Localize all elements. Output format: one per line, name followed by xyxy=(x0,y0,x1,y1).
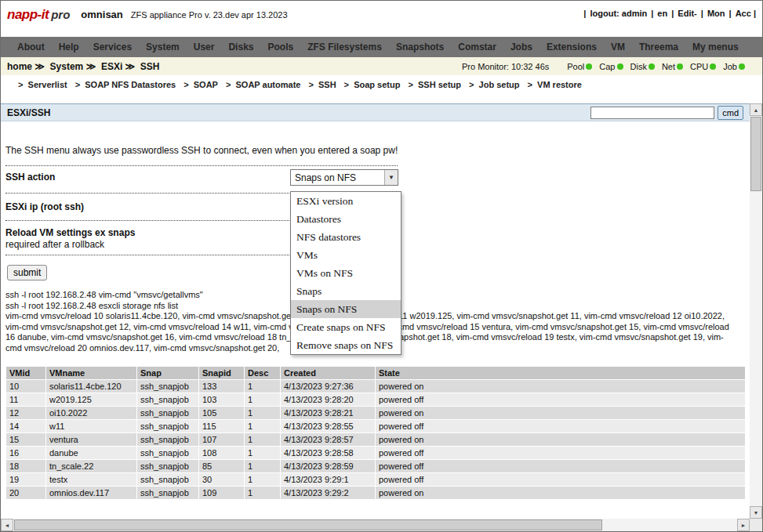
secondary-menu-item[interactable]: SOAP automate xyxy=(226,80,300,89)
secondary-menu: ServerlistSOAP NFS DatastoresSOAPSOAP au… xyxy=(1,75,762,93)
secondary-menu-item[interactable]: Job setup xyxy=(469,80,520,89)
ssh-action-select[interactable]: Snaps on NFS ▼ xyxy=(290,169,398,186)
cell-snapid: 109 xyxy=(199,487,244,499)
table-row: 18 tn_scale.22 ssh_snapjob 85 1 4/13/202… xyxy=(6,460,745,472)
cell-vmname: danube xyxy=(46,447,136,459)
menu-item[interactable]: Comstar xyxy=(451,42,503,52)
secondary-menu-item[interactable]: VM restore xyxy=(528,80,582,89)
dropdown-option[interactable]: Datastores xyxy=(291,210,401,228)
cell-vmid: 20 xyxy=(6,487,45,499)
cell-created: 4/13/2023 9:29:2 xyxy=(281,487,375,499)
menu-item[interactable]: Snapshots xyxy=(389,42,451,52)
arrow-up-icon: ▲ xyxy=(754,107,759,113)
dropdown-option[interactable]: NFS datastores xyxy=(291,228,401,246)
scroll-down-button[interactable]: ▼ xyxy=(750,506,762,519)
table-row: 15 ventura ssh_snapjob 107 1 4/13/2023 9… xyxy=(6,433,745,446)
cell-created: 4/13/2023 9:28:58 xyxy=(281,447,375,459)
submit-button[interactable]: submit xyxy=(7,265,47,280)
status-indicator: Job xyxy=(723,62,745,71)
horizontal-scrollbar-thumb[interactable] xyxy=(14,519,602,530)
breadcrumb-item[interactable]: ESXi xyxy=(83,61,122,72)
breadcrumb-item[interactable]: System xyxy=(32,61,83,72)
breadcrumb-item[interactable]: SSH xyxy=(122,61,159,72)
breadcrumb: homeSystemESXiSSH xyxy=(7,61,160,72)
menu-item[interactable]: Pools xyxy=(260,42,300,52)
content-area: The SSH menu always use passwordless SSH… xyxy=(1,145,762,500)
secondary-menu-item[interactable]: SOAP NFS Datastores xyxy=(75,80,176,89)
column-header: Snap xyxy=(137,367,198,379)
cell-snapid: 103 xyxy=(199,393,244,406)
column-header: State xyxy=(376,367,745,379)
menu-item[interactable]: ZFS Filesystems xyxy=(300,42,389,52)
scroll-left-button[interactable]: ◄ xyxy=(1,519,13,531)
header-link[interactable]: en xyxy=(647,9,667,18)
command-input[interactable] xyxy=(590,107,714,119)
logo-napp: napp-it xyxy=(7,7,49,22)
command-bar: cmd xyxy=(590,106,756,120)
dropdown-option[interactable]: Snaps on NFS xyxy=(291,300,401,318)
chevron-down-icon[interactable]: ▼ xyxy=(384,170,398,185)
cell-vmname: ventura xyxy=(46,433,136,446)
table-row: 14 w11 ssh_snapjob 115 1 4/13/2023 9:28:… xyxy=(6,420,745,432)
vertical-scrollbar-thumb[interactable] xyxy=(750,117,761,191)
cell-desc: 1 xyxy=(245,407,280,419)
secondary-menu-item[interactable]: SSH setup xyxy=(408,80,461,89)
status-led-icon xyxy=(586,63,592,70)
cell-created: 4/13/2023 9:29:1 xyxy=(281,473,375,486)
status-indicator-label: Disk xyxy=(630,62,647,71)
cmd-button[interactable]: cmd xyxy=(718,106,743,120)
header-link[interactable]: Acc xyxy=(725,9,751,18)
menu-item[interactable]: Disks xyxy=(221,42,260,52)
secondary-menu-item[interactable]: Soap setup xyxy=(344,80,401,89)
horizontal-scrollbar[interactable]: ◄ ► xyxy=(1,519,750,531)
status-led-icon xyxy=(710,63,716,70)
menu-item[interactable]: About xyxy=(10,42,52,52)
status-indicator: Net xyxy=(662,62,683,71)
status-led-icon xyxy=(677,63,683,70)
esxi-ip-label: ESXi ip (root ssh) xyxy=(5,201,84,212)
dropdown-option[interactable]: Snaps xyxy=(291,282,401,300)
secondary-menu-item[interactable]: Serverlist xyxy=(18,80,67,89)
header-link[interactable]: Mon xyxy=(697,9,725,18)
cell-snap: ssh_snapjob xyxy=(137,420,198,432)
cell-state: powered on xyxy=(376,433,745,446)
cell-snapid: 108 xyxy=(199,447,244,459)
menu-item[interactable]: User xyxy=(187,42,222,52)
cell-vmname: omnios.dev.117 xyxy=(46,487,136,499)
menu-item[interactable]: My menus xyxy=(685,42,746,52)
top-header: napp-itpro omnisan ZFS appliance Pro v. … xyxy=(1,1,762,37)
header-link[interactable]: logout: admin xyxy=(580,9,647,18)
main-menu: AboutHelpServicesSystemUserDisksPoolsZFS… xyxy=(1,37,762,57)
menu-item[interactable]: Jobs xyxy=(503,42,540,52)
dropdown-option[interactable]: ESXi version xyxy=(291,192,401,210)
cell-vmid: 12 xyxy=(6,407,45,419)
cell-desc: 1 xyxy=(245,393,280,406)
form-sections: SSH action Snaps on NFS ▼ ESXi versionDa… xyxy=(5,165,398,255)
vertical-scrollbar[interactable]: ▲ ▼ xyxy=(750,103,762,519)
status-indicator: CPU xyxy=(690,62,716,71)
header-link[interactable]: Edit- xyxy=(667,9,697,18)
arrow-left-icon: ◄ xyxy=(5,523,10,528)
status-leds: Pool Cap Disk Net xyxy=(560,62,745,71)
scroll-right-button[interactable]: ► xyxy=(737,519,750,531)
secondary-menu-item[interactable]: SSH xyxy=(308,80,336,89)
cell-state: powered on xyxy=(376,407,745,419)
menu-item[interactable]: Extensions xyxy=(540,42,604,52)
cell-state: powered off xyxy=(376,447,745,459)
menu-item[interactable]: Help xyxy=(52,42,86,52)
scroll-up-button[interactable]: ▲ xyxy=(750,103,762,116)
dropdown-option[interactable]: Remove snaps on NFS xyxy=(291,336,401,354)
secondary-menu-item[interactable]: SOAP xyxy=(183,80,218,89)
status-led-icon xyxy=(739,63,745,70)
status-indicator-label: Net xyxy=(662,62,675,71)
dropdown-option[interactable]: Create snaps on NFS xyxy=(291,318,401,336)
breadcrumb-item[interactable]: home xyxy=(7,61,32,72)
menu-item[interactable]: System xyxy=(139,42,187,52)
menu-item[interactable]: Services xyxy=(86,42,139,52)
cell-created: 4/13/2023 9:28:59 xyxy=(281,460,375,472)
menu-item[interactable]: VM xyxy=(604,42,632,52)
dropdown-option[interactable]: VMs xyxy=(291,246,401,264)
cell-state: powered on xyxy=(376,487,745,499)
dropdown-option[interactable]: VMs on NFS xyxy=(291,264,401,282)
menu-item[interactable]: Threema xyxy=(632,42,685,52)
